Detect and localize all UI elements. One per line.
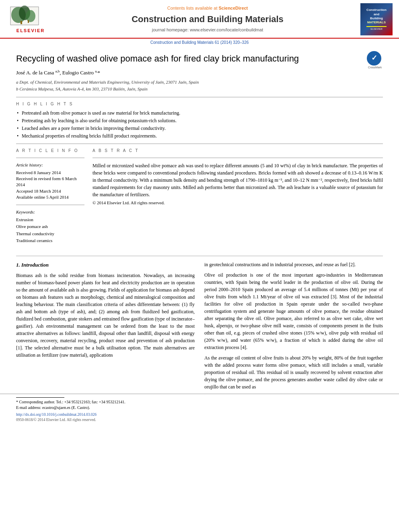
keyword-1: Extrusion [16,216,84,223]
keyword-3: Thermal conductivity [16,230,84,237]
affiliation-b: b Cerámica Malpesa, SA, Autovía A-4, km … [16,86,383,92]
logo-line-1: Construction [366,8,387,12]
sciencedirect-link-text[interactable]: ScienceDirect [219,6,248,10]
journal-title-header: Construction and Building Materials [63,13,352,26]
issn-copyright: 0950-0618/© 2014 Elsevier Ltd. All right… [16,417,383,423]
elsevier-wordmark: ELSEVIER [16,28,45,34]
doi-link[interactable]: http://dx.doi.org/10.1016/j.conbuildmat.… [16,412,383,417]
article-body: ✓ CrossMark Recycling of washed olive po… [0,47,399,256]
body-para-1: Biomass ash is the solid residue from bi… [16,272,195,359]
author-star: * [98,70,101,76]
revised-date: Received in revised form 6 March 2014 [16,176,84,188]
journal-logo-right: Construction and Building MATERIALS ELSE… [360,3,393,35]
highlight-item-4: Mechanical properties of resulting brick… [16,132,383,140]
svg-rect-5 [28,20,29,23]
citation-bar: Construction and Building Materials 61 (… [0,39,399,47]
contents-available-text: Contents lists available at [167,6,218,10]
highlights-label: H I G H L I G H T S [16,101,383,107]
highlights-section: H I G H L I G H T S Pretreated ash from … [16,101,383,140]
body-two-col: 1. Introduction Biomass ash is the solid… [16,261,383,394]
elsevier-logo-svg [8,5,53,27]
svg-point-3 [26,10,35,22]
crossmark-label: CrossMark [367,66,383,70]
logo-line-4: MATERIALS [366,21,387,25]
authors-line: José A. de la Casa a,b, Eulogio Castro a… [16,69,383,77]
author-name-1: José A. de la Casa [16,70,55,76]
history-label: Article history: [16,162,84,168]
footnote-rule [16,397,64,398]
email-address: E-mail address: ecastro@ujaen.es (E. Cas… [16,405,383,411]
keywords-label: Keywords: [16,209,84,215]
article-history: Article history: Received 8 January 2014… [16,162,84,200]
divider-1 [16,97,383,97]
keywords-divider [16,205,84,205]
body-para-3: Olive oil production is one of the most … [204,271,383,351]
highlight-item-1: Pretreated ash from olive pomace is used… [16,109,383,117]
svg-rect-4 [21,21,22,24]
abstract-label: A B S T R A C T [93,148,383,154]
section-1-title: 1. Introduction [16,261,195,269]
received-date: Received 8 January 2014 [16,170,84,176]
article-info-col: A R T I C L E I N F O Article history: R… [16,148,84,244]
body-col-left: 1. Introduction Biomass ash is the solid… [16,261,195,394]
keywords-list: Extrusion Olive pomace ash Thermal condu… [16,216,84,244]
keyword-4: Traditional ceramics [16,237,84,244]
available-date: Available online 5 April 2014 [16,194,84,200]
highlight-item-3: Leached ashes are a pore former in brick… [16,125,383,132]
affiliation-a: a Dept. of Chemical, Environmental and M… [16,79,383,86]
body-para-2: in geotechnical constructions and in ind… [204,261,383,268]
abstract-text: Milled or micronized washed olive pomace… [93,162,383,198]
abstract-divider [93,158,383,158]
logo-line-3: Building [366,16,387,21]
highlights-list: Pretreated ash from olive pomace is used… [16,109,383,140]
keyword-2: Olive pomace ash [16,223,84,230]
author-sup-1: a,b [55,69,60,73]
body-col-right: in geotechnical constructions and in ind… [204,261,383,394]
corresponding-author: * Corresponding author. Tel.: +34 953212… [16,399,383,405]
journal-homepage: journal homepage: www.elsevier.com/locat… [63,27,352,33]
article-title: Recycling of washed olive pomace ash for… [16,53,383,65]
journal-header: ELSEVIER Contents lists available at Sci… [0,0,399,39]
accepted-date: Accepted 18 March 2014 [16,188,84,194]
journal-center-header: Contents lists available at ScienceDirec… [55,5,360,33]
crossmark-icon: ✓ [367,51,381,66]
logo-line-2: and [366,12,387,16]
divider-2 [16,144,383,144]
highlight-item-2: Pretreating ash by leaching is also usef… [16,117,383,125]
body-content: 1. Introduction Biomass ash is the solid… [0,261,399,394]
info-divider [16,158,84,158]
copyright-text: © 2014 Elsevier Ltd. All rights reserved… [93,200,383,206]
affiliations: a Dept. of Chemical, Environmental and M… [16,79,383,92]
elsevier-logo: ELSEVIER [6,5,55,34]
article-info-label: A R T I C L E I N F O [16,148,84,154]
body-para-4: As the average oil content of olive frui… [204,354,383,390]
sciencedirect-line: Contents lists available at ScienceDirec… [63,5,352,11]
author-sep: , Eulogio Castro [60,70,95,76]
body-divider [16,256,383,256]
crossmark-badge[interactable]: ✓ CrossMark [367,51,383,67]
footnote-area: * Corresponding author. Tel.: +34 953212… [0,394,399,425]
info-abstract-section: A R T I C L E I N F O Article history: R… [16,148,383,244]
abstract-col: A B S T R A C T Milled or micronized was… [93,148,383,244]
